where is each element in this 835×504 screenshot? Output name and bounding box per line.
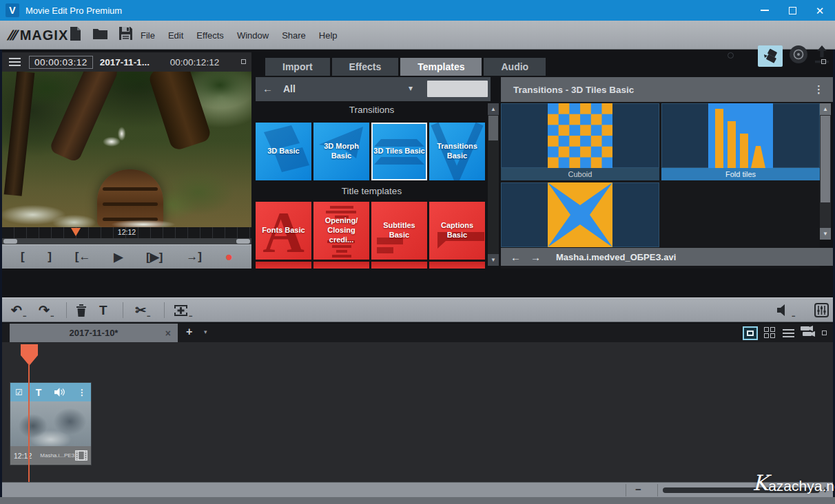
tab-close-icon[interactable]: × [165,328,171,339]
nav-back-icon[interactable]: ← [511,251,521,263]
overview-view-icon[interactable] [783,329,794,337]
record-button[interactable]: ● [225,249,233,264]
mixer-button[interactable] [814,298,829,322]
clip-title-icon[interactable]: T [36,387,42,398]
tile-label: 3D Morph Basic [322,142,360,161]
monitor-zoom-strip[interactable] [2,238,251,244]
position-timecode[interactable]: 00:00:03:12 [29,56,93,69]
app-window: V Movie Edit Pro Premium ✕ /// MAGIX Fil… [0,0,835,504]
clip-audio-icon[interactable] [54,388,65,397]
chevron-down-icon[interactable]: ▾ [409,83,413,93]
insert-mode-button[interactable]: ... [174,298,192,322]
tab-import[interactable]: Import [265,58,330,76]
template-tile-3d-tiles-basic[interactable]: 3D Tiles Basic [371,123,427,180]
multicam-view-button[interactable] [801,326,816,340]
mute-button[interactable]: ... [777,298,795,322]
timeline-hscrollbar[interactable]: − + [0,482,835,497]
redo-button[interactable]: ↷ ... [39,298,53,322]
template-tile-opening-closing-credits[interactable]: Opening/ Closing credi... [313,202,369,260]
timeline-view-button[interactable] [743,326,758,340]
minimize-button[interactable] [751,0,779,21]
split-button[interactable]: ✂ ... [135,298,150,322]
range-play-button[interactable]: [▶] [146,250,163,264]
delete-button[interactable] [76,298,87,322]
movie-wizard-button[interactable] [758,45,783,67]
monitor-detach-icon[interactable] [241,59,246,64]
save-project-button[interactable] [119,27,132,41]
menu-help[interactable]: Help [319,30,338,41]
template-tile-partial[interactable] [313,262,369,269]
scroll-down-icon[interactable]: ▼ [488,254,499,266]
media-pool-scrollbar[interactable]: ▲ ▼ [488,103,499,266]
tab-templates[interactable]: Templates [400,58,482,76]
monitor-seekbar[interactable]: 12:12 [2,227,251,238]
zoom-out-button[interactable]: − [635,483,641,495]
scroll-up-icon[interactable]: ▲ [820,103,831,115]
playhead-marker[interactable] [21,344,38,366]
transition-item-fold-tiles[interactable]: Fold tiles [661,103,820,180]
category-dropdown[interactable]: All [283,83,296,94]
template-tile-captions-basic[interactable]: Captions Basic [429,202,485,260]
tab-effects[interactable]: Effects [332,58,399,76]
video-preview[interactable] [2,72,251,227]
transition-item-cuboid[interactable]: Cuboid [501,103,659,180]
template-tile-partial[interactable] [429,262,485,269]
search-input[interactable] [427,81,488,97]
menu-window[interactable]: Window [237,30,269,41]
tab-dropdown-icon[interactable]: ▾ [204,328,207,335]
clip-check-icon[interactable]: ☑ [15,388,23,397]
scroll-up-icon[interactable]: ▲ [488,103,499,115]
transition-item-star[interactable] [501,182,659,247]
transition-item-label: Cuboid [501,168,659,180]
timeline-area[interactable]: ☑ T ⋮ 12:12 Masha.i...РЕЗ.avi [0,342,835,482]
monitor-playhead[interactable] [71,228,81,236]
zoom-handle-right[interactable] [236,239,250,244]
menu-edit[interactable]: Edit [168,30,183,41]
text-tool-icon: T [99,303,107,318]
mark-in-button[interactable]: [ [21,250,25,264]
template-tile-subtitles-basic[interactable]: Subtitles Basic [371,202,427,260]
template-tile-3d-morph-basic[interactable]: 3D Morph Basic [313,123,369,180]
play-button[interactable]: ▶ [114,250,123,264]
video-snow [2,200,100,227]
template-tile-partial[interactable] [371,262,427,269]
mark-out-button[interactable]: ] [48,250,52,264]
watermark-text: azachya.net [768,478,835,494]
template-tile-3d-basic[interactable]: 3D Basic [256,123,311,180]
cuboid-preview [501,103,659,168]
nav-forward-icon[interactable]: → [530,251,541,263]
jump-end-button[interactable]: →] [186,250,202,264]
template-tile-fonts-basic[interactable]: A Fonts Basic [256,202,311,260]
clip-kebab-icon[interactable]: ⋮ [78,388,86,397]
burn-disc-button[interactable] [789,45,808,67]
kebab-menu-icon[interactable]: ⋮ [814,83,824,96]
undo-button[interactable]: ↶ ... [11,298,25,322]
template-tile-transitions-basic[interactable]: Transitions Basic [429,123,485,180]
detail-scrollbar[interactable]: ▲ ▼ [820,103,831,240]
more-dots: ... [50,311,54,318]
new-project-button[interactable] [69,27,81,41]
timeline-detach-icon[interactable] [822,330,827,335]
close-button[interactable]: ✕ [806,0,834,21]
back-arrow-icon[interactable]: ← [262,83,273,94]
scrollbar-thumb[interactable] [821,116,830,202]
timeline-clip[interactable]: ☑ T ⋮ 12:12 Masha.i...РЕЗ.avi [10,382,92,465]
menu-share[interactable]: Share [282,30,306,41]
jump-start-button[interactable]: [← [75,250,91,264]
maximize-button[interactable] [779,0,806,21]
storyboard-view-icon[interactable] [764,327,776,339]
template-tile-partial[interactable] [256,262,311,269]
project-tab[interactable]: 2017-11-10* × [10,324,178,342]
scroll-down-icon[interactable]: ▼ [820,228,831,240]
scrollbar-thumb[interactable] [488,116,498,140]
zoom-handle-left[interactable] [3,239,17,244]
add-tab-button[interactable]: + [186,326,192,338]
monitor-menu-icon[interactable] [9,58,21,66]
menu-effects[interactable]: Effects [196,30,224,41]
open-project-button[interactable] [93,27,107,41]
menu-file[interactable]: File [141,30,155,41]
detail-detach-icon[interactable] [821,59,826,64]
tab-audio[interactable]: Audio [484,58,546,76]
title-editor-button[interactable]: T [99,298,107,322]
monitor-project-name[interactable]: 2017-11-1... [100,57,163,67]
